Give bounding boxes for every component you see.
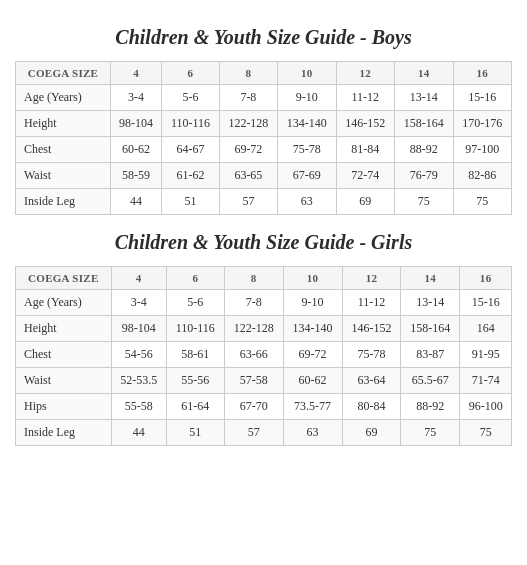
cell-value: 146-152 <box>336 111 394 137</box>
cell-value: 73.5-77 <box>283 394 342 420</box>
cell-value: 13-14 <box>401 290 460 316</box>
cell-value: 57-58 <box>224 368 283 394</box>
table-row: Waist52-53.555-5657-5860-6263-6465.5-677… <box>16 368 512 394</box>
cell-value: 15-16 <box>460 290 512 316</box>
cell-value: 61-62 <box>162 163 219 189</box>
cell-value: 98-104 <box>110 111 161 137</box>
cell-value: 63 <box>283 420 342 446</box>
cell-value: 63 <box>278 189 336 215</box>
cell-value: 54-56 <box>111 342 166 368</box>
cell-value: 63-64 <box>342 368 401 394</box>
column-header-size: 10 <box>283 267 342 290</box>
cell-value: 51 <box>162 189 219 215</box>
cell-value: 15-16 <box>453 85 511 111</box>
cell-value: 69 <box>342 420 401 446</box>
column-header-size: 14 <box>401 267 460 290</box>
boys-table-title: Children & Youth Size Guide - Boys <box>15 26 512 49</box>
cell-value: 51 <box>166 420 224 446</box>
table-row: Chest60-6264-6769-7275-7881-8488-9297-10… <box>16 137 512 163</box>
row-label: Waist <box>16 163 111 189</box>
column-header-size: 8 <box>224 267 283 290</box>
row-label: Height <box>16 111 111 137</box>
cell-value: 7-8 <box>224 290 283 316</box>
cell-value: 83-87 <box>401 342 460 368</box>
cell-value: 7-8 <box>219 85 277 111</box>
column-header-size: 16 <box>453 62 511 85</box>
table-row: Age (Years)3-45-67-89-1011-1213-1415-16 <box>16 290 512 316</box>
cell-value: 3-4 <box>111 290 166 316</box>
cell-value: 44 <box>111 420 166 446</box>
cell-value: 11-12 <box>342 290 401 316</box>
row-label: Chest <box>16 137 111 163</box>
cell-value: 81-84 <box>336 137 394 163</box>
cell-value: 122-128 <box>224 316 283 342</box>
table-row: Waist58-5961-6263-6567-6972-7476-7982-86 <box>16 163 512 189</box>
boys-size-table: COEGA SIZE46810121416 Age (Years)3-45-67… <box>15 61 512 215</box>
cell-value: 3-4 <box>110 85 161 111</box>
cell-value: 110-116 <box>166 316 224 342</box>
cell-value: 5-6 <box>166 290 224 316</box>
cell-value: 170-176 <box>453 111 511 137</box>
cell-value: 158-164 <box>401 316 460 342</box>
column-header-size: 6 <box>162 62 219 85</box>
boys-header-row: COEGA SIZE46810121416 <box>16 62 512 85</box>
girls-header-row: COEGA SIZE46810121416 <box>16 267 512 290</box>
cell-value: 110-116 <box>162 111 219 137</box>
column-header-size: 4 <box>110 62 161 85</box>
cell-value: 72-74 <box>336 163 394 189</box>
table-row: Chest54-5658-6163-6669-7275-7883-8791-95 <box>16 342 512 368</box>
table-row: Inside Leg44515763697575 <box>16 420 512 446</box>
cell-value: 96-100 <box>460 394 512 420</box>
cell-value: 58-59 <box>110 163 161 189</box>
table-row: Height98-104110-116122-128134-140146-152… <box>16 111 512 137</box>
column-header-size: 12 <box>336 62 394 85</box>
cell-value: 57 <box>219 189 277 215</box>
cell-value: 88-92 <box>401 394 460 420</box>
cell-value: 55-58 <box>111 394 166 420</box>
cell-value: 67-70 <box>224 394 283 420</box>
table-row: Age (Years)3-45-67-89-1011-1213-1415-16 <box>16 85 512 111</box>
cell-value: 64-67 <box>162 137 219 163</box>
cell-value: 58-61 <box>166 342 224 368</box>
cell-value: 60-62 <box>283 368 342 394</box>
cell-value: 69-72 <box>219 137 277 163</box>
cell-value: 69 <box>336 189 394 215</box>
cell-value: 97-100 <box>453 137 511 163</box>
cell-value: 76-79 <box>395 163 453 189</box>
girls-size-table: COEGA SIZE46810121416 Age (Years)3-45-67… <box>15 266 512 446</box>
cell-value: 9-10 <box>278 85 336 111</box>
cell-value: 80-84 <box>342 394 401 420</box>
cell-value: 9-10 <box>283 290 342 316</box>
table-row: Height98-104110-116122-128134-140146-152… <box>16 316 512 342</box>
cell-value: 75 <box>395 189 453 215</box>
cell-value: 65.5-67 <box>401 368 460 394</box>
cell-value: 75 <box>460 420 512 446</box>
cell-value: 75-78 <box>342 342 401 368</box>
row-label: Hips <box>16 394 112 420</box>
cell-value: 55-56 <box>166 368 224 394</box>
cell-value: 5-6 <box>162 85 219 111</box>
cell-value: 75 <box>453 189 511 215</box>
table-row: Inside Leg44515763697575 <box>16 189 512 215</box>
cell-value: 134-140 <box>278 111 336 137</box>
cell-value: 82-86 <box>453 163 511 189</box>
cell-value: 67-69 <box>278 163 336 189</box>
cell-value: 164 <box>460 316 512 342</box>
cell-value: 71-74 <box>460 368 512 394</box>
column-header-label: COEGA SIZE <box>16 267 112 290</box>
cell-value: 44 <box>110 189 161 215</box>
cell-value: 69-72 <box>283 342 342 368</box>
cell-value: 134-140 <box>283 316 342 342</box>
column-header-size: 4 <box>111 267 166 290</box>
cell-value: 52-53.5 <box>111 368 166 394</box>
column-header-size: 6 <box>166 267 224 290</box>
cell-value: 75 <box>401 420 460 446</box>
cell-value: 60-62 <box>110 137 161 163</box>
row-label: Inside Leg <box>16 189 111 215</box>
cell-value: 11-12 <box>336 85 394 111</box>
cell-value: 57 <box>224 420 283 446</box>
row-label: Height <box>16 316 112 342</box>
cell-value: 63-66 <box>224 342 283 368</box>
column-header-size: 12 <box>342 267 401 290</box>
row-label: Inside Leg <box>16 420 112 446</box>
